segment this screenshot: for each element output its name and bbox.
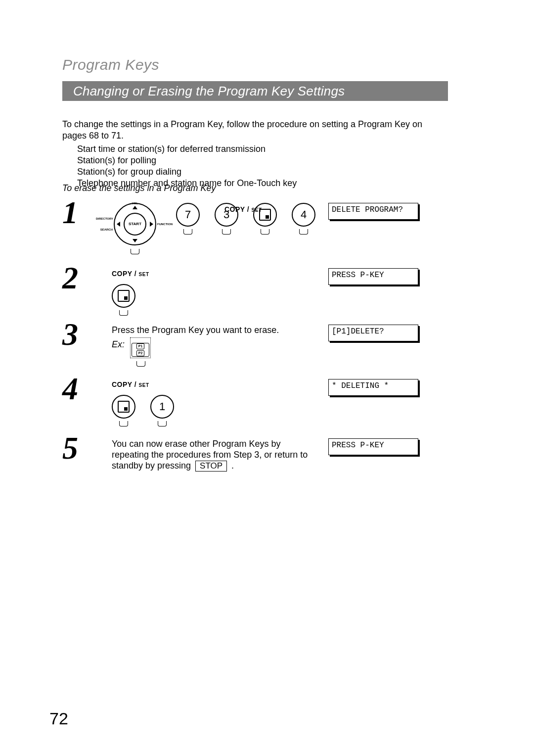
step-5-text-b: . [229,461,234,471]
intro-bullet: Station(s) for group dialing [77,166,443,178]
press-indicator-icon [261,229,269,236]
step-1: 1 DELETE PROGRAM? COPY / SET VOL DIRECTO… [62,203,444,263]
key-set-icon [253,203,277,227]
key-7-icon: 7 [176,203,200,227]
press-indicator-icon [222,229,231,236]
intro-line: To change the settings in a Program Key,… [62,119,443,142]
press-indicator-icon [136,361,145,368]
lcd-display: [P1]DELETE? [328,325,418,341]
press-indicator-icon [299,229,308,236]
step-number: 4 [62,373,78,405]
erase-subtitle: To erase the settings in a Program Key [62,183,216,193]
example-label: Ex: [112,339,125,349]
step-5: 5 PRESS P-KEY You can now erase other Pr… [62,438,444,483]
lcd-display: DELETE PROGRAM? [328,203,418,220]
step-3: 3 [P1]DELETE? Press the Program Key you … [62,325,444,374]
manual-page: Program Keys Changing or Erasing the Pro… [0,0,534,756]
key-set-icon [112,284,135,308]
step-number: 5 [62,432,78,464]
step-4: 4 * DELETING * COPY / SET 1 [62,379,444,433]
press-indicator-icon [131,249,139,255]
key-3-icon: 3 [215,203,238,227]
press-indicator-icon [119,310,128,317]
intro-bullet: Station(s) for polling [77,155,443,166]
intro-block: To change the settings in a Program Key,… [62,119,443,189]
step-2: 2 PRESS P-KEY COPY / SET [62,268,444,320]
p1-p2-key-icon: P1 P2 [132,343,149,357]
stop-key-label: STOP [195,461,227,472]
chapter-title: Program Keys [62,56,159,73]
press-indicator-icon [183,229,192,236]
key-1-icon: 1 [150,395,174,419]
intro-bullet: Start time or station(s) for deferred tr… [77,143,443,155]
steps-list: 1 DELETE PROGRAM? COPY / SET VOL DIRECTO… [62,200,444,488]
step-number: 2 [62,262,78,294]
press-indicator-icon [158,421,167,427]
press-indicator-icon [119,421,128,427]
section-title-bar: Changing or Erasing the Program Key Sett… [62,81,448,101]
step-number: 3 [62,319,78,350]
function-dial-icon: VOL DIRECTORY SEARCH FUNCTION START [114,203,156,245]
lcd-display: PRESS P-KEY [328,438,418,455]
key-4-icon: 4 [292,203,315,227]
step-number: 1 [62,197,78,229]
lcd-display: PRESS P-KEY [328,268,418,285]
key-set-icon [112,395,135,419]
lcd-display: * DELETING * [328,379,418,396]
page-number: 72 [49,709,68,728]
